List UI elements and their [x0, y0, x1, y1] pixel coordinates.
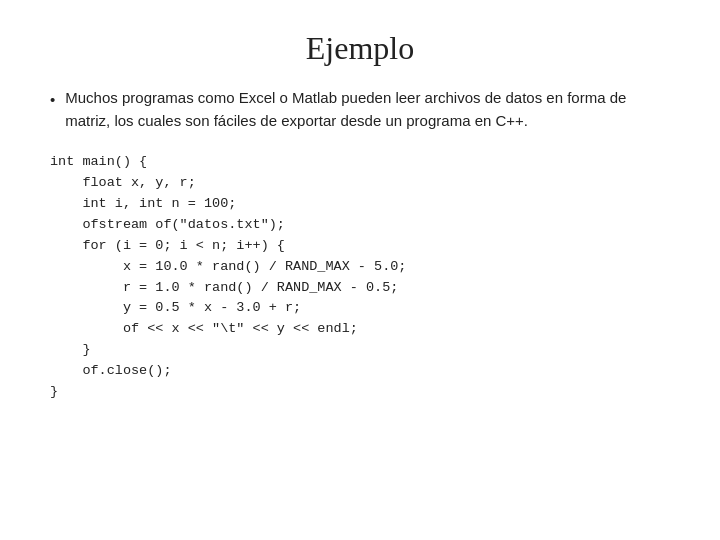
bullet-dot: • [50, 89, 55, 112]
bullet-text: Muchos programas como Excel o Matlab pue… [65, 87, 670, 132]
code-block: int main() { float x, y, r; int i, int n… [50, 152, 670, 403]
bullet-item: • Muchos programas como Excel o Matlab p… [50, 87, 670, 132]
bullet-section: • Muchos programas como Excel o Matlab p… [50, 87, 670, 132]
main-container: Ejemplo • Muchos programas como Excel o … [0, 0, 720, 540]
page-title: Ejemplo [50, 30, 670, 67]
